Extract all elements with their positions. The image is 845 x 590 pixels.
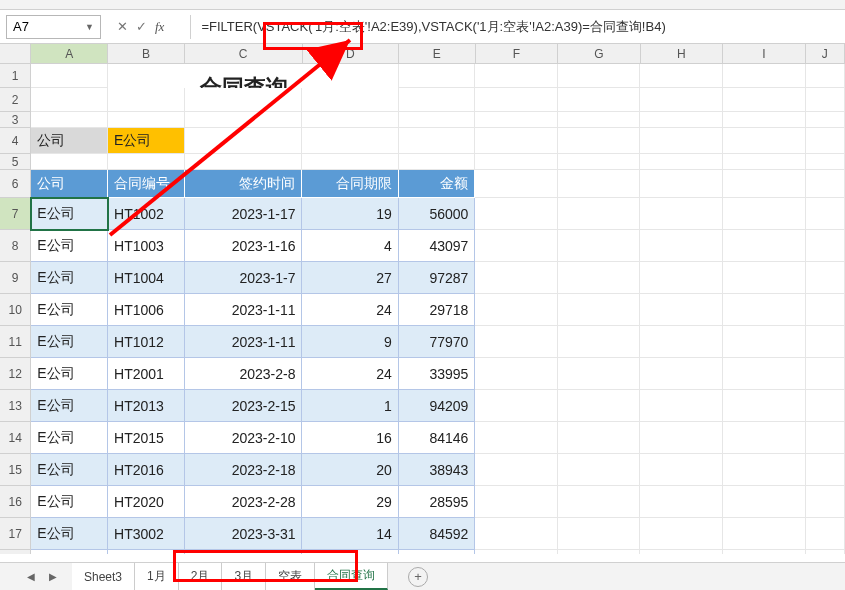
cell[interactable]: [558, 518, 641, 550]
cell[interactable]: [475, 112, 558, 128]
cell[interactable]: [475, 390, 558, 422]
cell[interactable]: [475, 154, 558, 170]
cell[interactable]: [558, 550, 641, 554]
cell[interactable]: [399, 88, 476, 112]
sheet-tab[interactable]: 2月: [179, 563, 223, 590]
table-header[interactable]: 公司: [31, 170, 108, 198]
cell[interactable]: [640, 112, 723, 128]
cell[interactable]: [302, 154, 398, 170]
cell[interactable]: [558, 112, 641, 128]
cell[interactable]: [475, 88, 558, 112]
row-header[interactable]: 12: [0, 358, 31, 390]
cell[interactable]: [185, 128, 303, 154]
cell[interactable]: [399, 154, 476, 170]
column-header[interactable]: A: [31, 44, 108, 64]
column-header[interactable]: D: [303, 44, 399, 64]
cell[interactable]: [723, 454, 806, 486]
table-cell[interactable]: 24: [302, 358, 398, 390]
cell[interactable]: [640, 422, 723, 454]
table-cell[interactable]: HT1003: [108, 230, 185, 262]
cell[interactable]: [558, 128, 641, 154]
row-header[interactable]: 11: [0, 326, 31, 358]
table-header[interactable]: 金额: [399, 170, 476, 198]
table-header[interactable]: 合同编号: [108, 170, 185, 198]
table-cell[interactable]: E公司: [31, 390, 108, 422]
cell[interactable]: [640, 326, 723, 358]
table-cell[interactable]: 94209: [399, 390, 476, 422]
filter-label-cell[interactable]: 公司: [31, 128, 108, 154]
cell[interactable]: [640, 128, 723, 154]
table-cell[interactable]: 2023-1-11: [185, 294, 303, 326]
cell[interactable]: [723, 64, 806, 88]
table-cell[interactable]: E公司: [31, 550, 108, 554]
cell[interactable]: [806, 170, 845, 198]
sheet-tab[interactable]: 空表: [266, 563, 315, 590]
table-cell[interactable]: HT2013: [108, 390, 185, 422]
column-header[interactable]: H: [641, 44, 724, 64]
row-header[interactable]: 8: [0, 230, 31, 262]
cell[interactable]: [475, 486, 558, 518]
cell[interactable]: [806, 486, 845, 518]
table-cell[interactable]: E公司: [31, 230, 108, 262]
title-cell[interactable]: 合同查询: [185, 64, 303, 88]
table-cell[interactable]: HT2001: [108, 358, 185, 390]
table-cell[interactable]: 27: [302, 262, 398, 294]
cell[interactable]: [723, 88, 806, 112]
cell[interactable]: [558, 486, 641, 518]
table-cell[interactable]: 1: [302, 390, 398, 422]
cell[interactable]: [475, 64, 558, 88]
table-cell[interactable]: 2023-2-15: [185, 390, 303, 422]
cell[interactable]: [185, 112, 303, 128]
cell[interactable]: [399, 64, 476, 88]
cell[interactable]: [558, 358, 641, 390]
table-cell[interactable]: 28595: [399, 486, 476, 518]
cell[interactable]: [723, 262, 806, 294]
cell[interactable]: [723, 294, 806, 326]
row-header[interactable]: 13: [0, 390, 31, 422]
table-cell[interactable]: 14: [302, 518, 398, 550]
cell[interactable]: [723, 170, 806, 198]
cell[interactable]: [558, 170, 641, 198]
cell[interactable]: [723, 422, 806, 454]
table-cell[interactable]: 19: [302, 198, 398, 230]
cell[interactable]: [806, 262, 845, 294]
cell[interactable]: [806, 294, 845, 326]
cell[interactable]: [640, 518, 723, 550]
cell[interactable]: [558, 294, 641, 326]
table-cell[interactable]: 56000: [399, 198, 476, 230]
row-header[interactable]: 3: [0, 112, 31, 128]
table-cell[interactable]: 2023-3-31: [185, 518, 303, 550]
cell[interactable]: [640, 294, 723, 326]
cell[interactable]: [475, 170, 558, 198]
table-cell[interactable]: 2023-2-28: [185, 486, 303, 518]
table-cell[interactable]: E公司: [31, 326, 108, 358]
cell[interactable]: [806, 422, 845, 454]
cell[interactable]: [475, 422, 558, 454]
cell[interactable]: [723, 518, 806, 550]
cell[interactable]: [640, 198, 723, 230]
table-cell[interactable]: 2023-2-10: [185, 422, 303, 454]
nav-next-icon[interactable]: ▶: [44, 568, 62, 586]
row-header[interactable]: 7: [0, 198, 31, 230]
cell[interactable]: [399, 112, 476, 128]
confirm-icon[interactable]: ✓: [136, 19, 147, 34]
cell[interactable]: [640, 230, 723, 262]
table-cell[interactable]: 43097: [399, 230, 476, 262]
cell[interactable]: [640, 262, 723, 294]
table-cell[interactable]: 2023-1-11: [185, 326, 303, 358]
row-header[interactable]: 16: [0, 486, 31, 518]
row-header[interactable]: 15: [0, 454, 31, 486]
cell[interactable]: [475, 518, 558, 550]
row-header[interactable]: 5: [0, 154, 31, 170]
cell[interactable]: [723, 230, 806, 262]
cell[interactable]: [185, 88, 303, 112]
cell[interactable]: [723, 128, 806, 154]
cell[interactable]: [806, 358, 845, 390]
table-cell[interactable]: HT2020: [108, 486, 185, 518]
cell[interactable]: [31, 88, 108, 112]
cell[interactable]: [640, 486, 723, 518]
table-cell[interactable]: E公司: [31, 518, 108, 550]
table-cell[interactable]: 2023-3-14: [185, 550, 303, 554]
cell[interactable]: [475, 128, 558, 154]
sheet-tab[interactable]: Sheet3: [72, 563, 135, 590]
